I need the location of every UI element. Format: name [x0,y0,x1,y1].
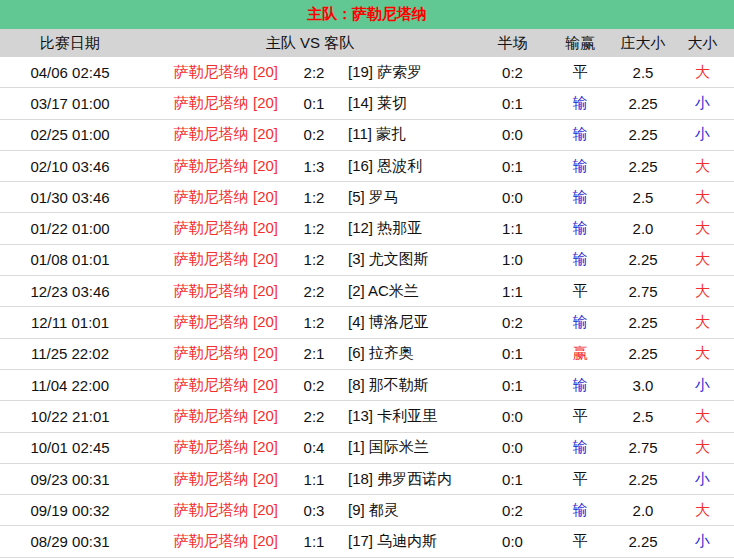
table-row: 09/19 00:32 萨勒尼塔纳 [20] 0:3 [9] 都灵 0:2 输 … [0,495,734,526]
handicap-line-cell: 2.25 [615,471,671,488]
table-row: 12/11 01:01 萨勒尼塔纳 [20] 1:2 [4] 博洛尼亚 0:2 … [0,307,734,338]
home-team-cell: 萨勒尼塔纳 [20] [140,125,282,144]
handicap-line-cell: 2.25 [615,533,671,550]
win-loss-cell: 平 [545,532,615,551]
win-loss-cell: 输 [545,250,615,269]
match-date-cell: 03/17 01:00 [0,95,140,112]
away-team-cell: [2] AC米兰 [346,282,480,301]
half-score-cell: 0:1 [480,345,545,362]
away-team-cell: [13] 卡利亚里 [346,407,480,426]
handicap-line-cell: 2.75 [615,439,671,456]
table-row: 09/23 00:31 萨勒尼塔纳 [20] 1:1 [18] 弗罗西诺内 0:… [0,464,734,495]
half-score-cell: 0:0 [480,439,545,456]
win-loss-cell: 输 [545,94,615,113]
over-under-cell: 大 [671,313,734,332]
handicap-line-cell: 2.5 [615,64,671,81]
match-date-cell: 04/06 02:45 [0,64,140,81]
half-score-cell: 1:1 [480,283,545,300]
full-score-cell: 2:2 [282,64,346,81]
win-loss-cell: 平 [545,407,615,426]
match-date-cell: 02/25 01:00 [0,126,140,143]
win-loss-cell: 输 [545,438,615,457]
home-team-cell: 萨勒尼塔纳 [20] [140,157,282,176]
half-score-cell: 1:1 [480,220,545,237]
match-date-cell: 11/04 22:00 [0,377,140,394]
table-row: 02/25 01:00 萨勒尼塔纳 [20] 0:2 [11] 蒙扎 0:0 输… [0,120,734,151]
match-date-cell: 12/11 01:01 [0,314,140,331]
full-score-cell: 1:1 [282,533,346,550]
win-loss-cell: 输 [545,219,615,238]
win-loss-cell: 输 [545,501,615,520]
home-team-cell: 萨勒尼塔纳 [20] [140,313,282,332]
full-score-cell: 1:2 [282,314,346,331]
table-row: 10/01 02:45 萨勒尼塔纳 [20] 0:4 [1] 国际米兰 0:0 … [0,433,734,464]
match-date-cell: 10/22 21:01 [0,408,140,425]
full-score-cell: 0:4 [282,439,346,456]
half-score-cell: 0:2 [480,502,545,519]
home-team-cell: 萨勒尼塔纳 [20] [140,250,282,269]
over-under-cell: 大 [671,407,734,426]
home-team-cell: 萨勒尼塔纳 [20] [140,407,282,426]
win-loss-cell: 输 [545,313,615,332]
win-loss-cell: 输 [545,125,615,144]
full-score-cell: 1:2 [282,220,346,237]
away-team-cell: [5] 罗马 [346,188,480,207]
handicap-line-cell: 2.25 [615,314,671,331]
col-header-home-vs-away: 主队 VS 客队 [140,34,480,53]
table-row: 04/06 02:45 萨勒尼塔纳 [20] 2:2 [19] 萨索罗 0:2 … [0,57,734,88]
over-under-cell: 大 [671,344,734,363]
home-team-cell: 萨勒尼塔纳 [20] [140,532,282,551]
win-loss-cell: 平 [545,63,615,82]
away-team-cell: [16] 恩波利 [346,157,480,176]
over-under-cell: 小 [671,376,734,395]
home-team-cell: 萨勒尼塔纳 [20] [140,63,282,82]
handicap-line-cell: 2.25 [615,251,671,268]
table-row: 02/10 03:46 萨勒尼塔纳 [20] 1:3 [16] 恩波利 0:1 … [0,151,734,182]
handicap-line-cell: 2.0 [615,502,671,519]
handicap-line-cell: 2.5 [615,189,671,206]
away-team-cell: [3] 尤文图斯 [346,250,480,269]
full-score-cell: 2:1 [282,345,346,362]
table-header-row: 比赛日期 主队 VS 客队 半场 输赢 庄大小 大小 [0,29,734,57]
handicap-line-cell: 2.25 [615,126,671,143]
win-loss-cell: 输 [545,188,615,207]
over-under-cell: 大 [671,63,734,82]
away-team-cell: [4] 博洛尼亚 [346,313,480,332]
half-score-cell: 0:0 [480,126,545,143]
col-header-handicap-line: 庄大小 [615,34,671,53]
page-title: 主队：萨勒尼塔纳 [307,5,427,24]
match-date-cell: 01/30 03:46 [0,189,140,206]
home-team-cell: 萨勒尼塔纳 [20] [140,438,282,457]
over-under-cell: 小 [671,125,734,144]
table-row: 01/30 03:46 萨勒尼塔纳 [20] 1:2 [5] 罗马 0:0 输 … [0,182,734,213]
home-team-cell: 萨勒尼塔纳 [20] [140,282,282,301]
away-team-cell: [11] 蒙扎 [346,125,480,144]
table-row: 08/29 00:31 萨勒尼塔纳 [20] 1:1 [17] 乌迪内斯 0:0… [0,526,734,557]
match-date-cell: 01/22 01:00 [0,220,140,237]
handicap-line-cell: 2.75 [615,283,671,300]
col-header-half-time: 半场 [480,34,545,53]
half-score-cell: 0:0 [480,189,545,206]
half-score-cell: 0:1 [480,377,545,394]
handicap-line-cell: 2.5 [615,408,671,425]
away-team-cell: [8] 那不勒斯 [346,376,480,395]
match-date-cell: 09/23 00:31 [0,471,140,488]
full-score-cell: 1:3 [282,158,346,175]
match-date-cell: 12/23 03:46 [0,283,140,300]
handicap-line-cell: 2.25 [615,95,671,112]
home-team-cell: 萨勒尼塔纳 [20] [140,344,282,363]
half-score-cell: 0:1 [480,471,545,488]
full-score-cell: 0:1 [282,95,346,112]
home-team-cell: 萨勒尼塔纳 [20] [140,219,282,238]
win-loss-cell: 平 [545,282,615,301]
full-score-cell: 1:2 [282,189,346,206]
match-date-cell: 11/25 22:02 [0,345,140,362]
home-team-cell: 萨勒尼塔纳 [20] [140,501,282,520]
match-history-table: 04/06 02:45 萨勒尼塔纳 [20] 2:2 [19] 萨索罗 0:2 … [0,57,734,558]
col-header-over-under: 大小 [671,34,734,53]
win-loss-cell: 平 [545,470,615,489]
full-score-cell: 0:3 [282,502,346,519]
over-under-cell: 大 [671,219,734,238]
over-under-cell: 大 [671,157,734,176]
away-team-cell: [12] 热那亚 [346,219,480,238]
